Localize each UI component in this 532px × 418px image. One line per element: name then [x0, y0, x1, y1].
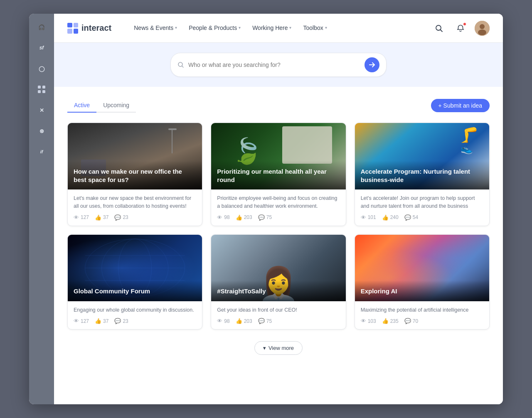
card-overlay: Prioritizing our mental health all year …	[211, 161, 345, 189]
card-image: Global Community Forum	[68, 235, 202, 301]
card-body: Maximizing the potential of artificial i…	[355, 301, 489, 329]
likes-count: 37	[103, 214, 108, 220]
comments-count: 75	[266, 318, 272, 324]
thumbs-up-icon: 👍	[382, 214, 389, 221]
views-count: 127	[81, 214, 89, 220]
comment-icon: 💬	[258, 318, 265, 324]
comment-icon: 💬	[258, 214, 265, 221]
card-views: 👁 103	[361, 318, 376, 324]
card-overlay: Exploring AI	[355, 280, 489, 301]
card-accelerate[interactable]: 🦵 👟 Accelerate Program: Nurturing talent…	[355, 123, 490, 226]
navbar: interact News & Events ▾ People & Produc…	[54, 14, 503, 43]
tab-upcoming[interactable]: Upcoming	[96, 98, 136, 113]
search-input[interactable]	[188, 61, 360, 68]
card-mental-health[interactable]: 🍃 Prioritizing our mental health all yea…	[211, 123, 346, 226]
nav-actions	[431, 21, 490, 36]
sidebar-icon-circle-x[interactable]: ⊗	[35, 124, 48, 138]
card-overlay: How can we make our new office the best …	[68, 161, 202, 189]
card-image: 🦵 👟 Accelerate Program: Nurturing talent…	[355, 123, 489, 189]
card-title: Prioritizing our mental health all year …	[217, 167, 340, 184]
card-overlay: Global Community Forum	[68, 280, 202, 301]
card-office[interactable]: How can we make our new office the best …	[67, 123, 202, 226]
svg-point-8	[478, 30, 486, 35]
comments-count: 23	[123, 214, 128, 220]
logo-icon	[67, 23, 78, 34]
card-stats: 👁 127 👍 37 💬 23	[74, 318, 196, 324]
comment-icon: 💬	[114, 214, 121, 221]
notification-button[interactable]	[453, 21, 468, 36]
sidebar-icon-x[interactable]: ✕	[35, 103, 48, 117]
card-comments: 💬 70	[404, 318, 418, 324]
sidebar-icon-sf[interactable]: sf	[35, 41, 48, 54]
sidebar-icon-headphones[interactable]: 🎧	[35, 20, 48, 34]
card-image: 🍃 Prioritizing our mental health all yea…	[211, 123, 345, 189]
card-views: 👁 98	[217, 318, 229, 324]
card-body: Get your ideas in front of our CEO! 👁 98…	[211, 301, 345, 329]
card-description: Let's make our new space the best enviro…	[74, 194, 196, 210]
search-area	[54, 43, 503, 87]
views-count: 101	[368, 214, 376, 220]
sidebar: 🎧 sf ◯ ✕ ⊗ if	[29, 14, 54, 404]
search-submit-button[interactable]	[365, 57, 379, 72]
nav-news-events[interactable]: News & Events ▾	[128, 14, 183, 43]
search-icon	[435, 24, 443, 32]
nav-people-products[interactable]: People & Products ▾	[183, 14, 246, 43]
nav-toolbox[interactable]: Toolbox ▾	[297, 14, 332, 43]
view-more-button[interactable]: ▾ View more	[254, 341, 303, 355]
svg-line-10	[182, 66, 184, 68]
cards-grid: How can we make our new office the best …	[67, 123, 490, 329]
card-global-forum[interactable]: Global Community Forum Engaging our whol…	[67, 234, 202, 330]
sidebar-icon-plus[interactable]	[35, 83, 48, 96]
eye-icon: 👁	[361, 318, 366, 324]
logo[interactable]: interact	[67, 23, 111, 34]
arrow-right-icon	[369, 61, 375, 68]
card-title: #StraightToSally	[217, 287, 340, 295]
card-body: Prioritize employee well-being and focus…	[211, 189, 345, 226]
eye-icon: 👁	[217, 318, 222, 324]
sidebar-icon-if[interactable]: if	[35, 145, 48, 158]
likes-count: 240	[390, 214, 399, 220]
card-description: Get your ideas in front of our CEO!	[217, 306, 340, 314]
eye-icon: 👁	[74, 318, 79, 324]
card-body: Let's make our new space the best enviro…	[68, 189, 202, 226]
card-title: Exploring AI	[361, 287, 483, 295]
comment-icon: 💬	[404, 318, 411, 324]
chevron-icon: ▾	[289, 25, 291, 30]
card-image: 👩‍💼 #StraightToSally	[211, 235, 345, 301]
card-likes: 👍 240	[382, 214, 399, 221]
card-image: Exploring AI	[355, 235, 489, 301]
card-likes: 👍 235	[382, 318, 399, 324]
card-title: Global Community Forum	[74, 287, 196, 295]
card-description: Prioritize employee well-being and focus…	[217, 194, 340, 210]
eye-icon: 👁	[361, 214, 366, 221]
likes-count: 203	[244, 214, 252, 220]
svg-point-7	[480, 24, 485, 29]
card-straight-to-sally[interactable]: 👩‍💼 #StraightToSally Get your ideas in f…	[211, 234, 346, 330]
card-views: 👁 127	[74, 214, 89, 221]
nav-working-here[interactable]: Working Here ▾	[246, 14, 297, 43]
tab-active[interactable]: Active	[67, 98, 96, 113]
thumbs-up-icon: 👍	[236, 318, 242, 324]
eye-icon: 👁	[217, 214, 222, 221]
card-body: Let's accelerate! Join our program to he…	[355, 189, 489, 226]
card-comments: 💬 75	[258, 214, 272, 221]
card-image: How can we make our new office the best …	[68, 123, 202, 189]
views-count: 98	[224, 214, 229, 220]
svg-rect-2	[38, 90, 41, 93]
card-stats: 👁 101 👍 240 💬 54	[361, 214, 483, 221]
comment-icon: 💬	[114, 318, 121, 324]
card-views: 👁 98	[217, 214, 229, 221]
card-likes: 👍 37	[95, 318, 108, 324]
submit-idea-button[interactable]: + Submit an idea	[431, 99, 490, 112]
chevron-icon: ▾	[239, 25, 241, 30]
card-comments: 💬 23	[114, 214, 128, 221]
card-exploring-ai[interactable]: Exploring AI Maximizing the potential of…	[355, 234, 490, 330]
search-bar-container	[170, 53, 387, 77]
sidebar-icon-ring[interactable]: ◯	[35, 62, 48, 75]
card-likes: 👍 203	[236, 318, 252, 324]
thumbs-up-icon: 👍	[95, 318, 101, 324]
card-comments: 💬 23	[114, 318, 128, 324]
search-button[interactable]	[431, 21, 446, 36]
comments-count: 54	[413, 214, 418, 220]
avatar[interactable]	[475, 21, 490, 36]
